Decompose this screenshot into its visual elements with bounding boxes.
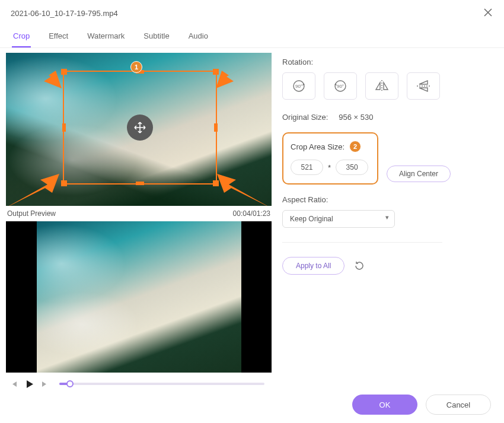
svg-marker-1 [216,55,268,88]
crop-preview[interactable]: 1 [6,53,272,206]
reset-icon[interactable] [353,259,366,272]
seek-bar[interactable] [59,383,264,385]
crop-area-size-group: Crop Area Size: 2 * [282,132,378,185]
annotation-badge-1: 1 [130,61,142,73]
svg-marker-3 [217,174,272,206]
crop-selection[interactable] [63,71,217,185]
crop-height-input[interactable] [336,160,368,175]
tab-audio[interactable]: Audio [187,28,209,47]
crop-handle-right[interactable] [214,123,218,132]
annotation-arrow-icon [212,167,272,206]
apply-to-all-button[interactable]: Apply to All [282,257,344,275]
playback-controls [6,373,272,389]
annotation-arrow-icon [215,55,268,91]
output-preview-label: Output Preview [7,209,56,218]
prev-frame-icon[interactable] [8,379,19,389]
rotate-ccw-button[interactable]: 90° [324,72,357,100]
aspect-ratio-select[interactable]: Keep Original [282,210,395,228]
aspect-ratio-label: Aspect Ratio: [282,195,496,204]
annotation-arrow-icon [6,167,64,206]
tab-bar: Crop Effect Watermark Subtitle Audio [0,24,504,48]
rotation-label: Rotation: [282,58,496,66]
annotation-badge-2: 2 [349,141,361,152]
tab-effect[interactable]: Effect [47,28,69,47]
align-center-button[interactable]: Align Center [387,166,451,182]
svg-marker-2 [6,174,59,206]
original-size-value: 956 × 530 [339,113,373,122]
original-size-label: Original Size: [282,113,328,122]
tab-subtitle[interactable]: Subtitle [142,28,170,47]
window-title: 2021-06-10_10-17-19-795.mp4 [11,9,118,18]
flip-horizontal-button[interactable] [365,72,398,100]
crop-handle-bottom[interactable] [136,182,144,185]
annotation-arrow-icon [9,55,63,91]
crop-handle-left[interactable] [62,123,66,132]
svg-text:90°: 90° [337,84,344,89]
close-icon[interactable] [480,5,496,22]
size-separator: * [328,163,331,172]
crop-width-input[interactable] [291,160,323,175]
svg-marker-0 [9,55,62,88]
crop-area-size-label: Crop Area Size: [291,142,344,151]
flip-vertical-button[interactable] [407,72,440,100]
seek-thumb[interactable] [66,380,74,387]
move-icon[interactable] [127,115,153,141]
time-display: 00:04/01:23 [233,209,270,218]
svg-text:90°: 90° [295,84,302,89]
output-preview [6,221,272,373]
cancel-button[interactable]: Cancel [426,395,491,415]
play-icon[interactable] [24,379,34,389]
tab-crop[interactable]: Crop [12,28,31,47]
tab-watermark[interactable]: Watermark [86,28,126,47]
ok-button[interactable]: OK [352,395,417,415]
next-frame-icon[interactable] [39,379,50,389]
divider [282,242,442,243]
rotate-cw-button[interactable]: 90° [282,72,315,100]
